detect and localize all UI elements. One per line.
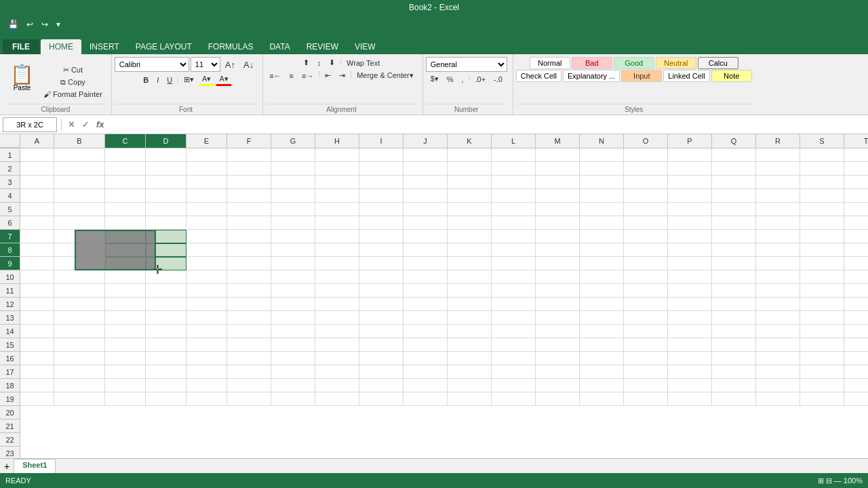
cell-J1[interactable] [403,148,448,162]
cell-I1[interactable] [359,148,403,162]
merge-center-button[interactable]: Merge & Center▾ [353,70,417,81]
cell-D3[interactable] [146,176,186,189]
row-header-5[interactable]: 5 [0,203,20,216]
increase-font-size-button[interactable]: A↑ [222,58,239,71]
cell-T1[interactable] [844,148,868,162]
col-header-N[interactable]: N [580,134,624,148]
cell-E2[interactable] [186,162,227,176]
cell-R2[interactable] [756,162,800,176]
row-header-2[interactable]: 2 [0,162,20,176]
row-header-19[interactable]: 19 [0,392,20,406]
cell-G3[interactable] [271,176,315,189]
cell-S1[interactable] [800,148,844,162]
formula-input[interactable] [109,117,865,132]
row-header-17[interactable]: 17 [0,365,20,379]
cell-D2[interactable] [146,162,186,176]
tab-view[interactable]: VIEW [347,39,384,54]
copy-button[interactable]: ⧉ Copy [40,77,106,88]
col-header-D[interactable]: D [146,134,186,148]
cell-M2[interactable] [536,162,580,176]
col-header-B[interactable]: B [54,134,105,148]
col-header-Q[interactable]: Q [712,134,756,148]
save-button[interactable]: 💾 [5,18,21,30]
col-header-O[interactable]: O [624,134,668,148]
borders-button[interactable]: ⊞▾ [180,74,197,85]
row-header-3[interactable]: 3 [0,176,20,189]
cell-F3[interactable] [227,176,271,189]
cell-Q3[interactable] [712,176,756,189]
confirm-formula-button[interactable]: ✓ [80,119,92,129]
col-header-P[interactable]: P [668,134,712,148]
col-header-R[interactable]: R [756,134,800,148]
cell-J2[interactable] [403,162,448,176]
cell-P3[interactable] [668,176,712,189]
cell-I2[interactable] [359,162,403,176]
align-left-button[interactable]: ≡← [266,70,284,81]
sheet-tab-sheet1[interactable]: Sheet1 [14,459,56,473]
row-header-20[interactable]: 20 [0,406,20,420]
cell-E1[interactable] [186,148,227,162]
cell-H2[interactable] [315,162,359,176]
indent-decrease-button[interactable]: ⇤ [321,70,334,81]
cell-C1[interactable] [105,148,146,162]
cancel-formula-button[interactable]: ✕ [66,119,77,129]
select-all-button[interactable] [0,134,20,148]
col-header-H[interactable]: H [315,134,359,148]
style-explanatory-button[interactable]: Explanatory ... [563,70,620,82]
cell-L2[interactable] [492,162,536,176]
cell-J3[interactable] [403,176,448,189]
style-note-button[interactable]: Note [711,70,752,82]
cell-N2[interactable] [580,162,624,176]
style-calc-button[interactable]: Calcu [698,57,738,69]
row-header-14[interactable]: 14 [0,325,20,338]
name-box[interactable] [3,117,57,132]
cell-D8[interactable] [146,243,186,257]
cell-A3[interactable] [20,176,54,189]
font-size-select[interactable]: 8910 111214 [191,57,220,72]
style-check-cell-button[interactable]: Check Cell [516,70,561,82]
row-header-7[interactable]: 7 [0,230,20,243]
wrap-text-button[interactable]: Wrap Text [343,57,383,68]
col-header-S[interactable]: S [800,134,844,148]
cell-C2[interactable] [105,162,146,176]
cell-I3[interactable] [359,176,403,189]
cell-G2[interactable] [271,162,315,176]
align-right-button[interactable]: ≡→ [298,70,317,81]
cell-M3[interactable] [536,176,580,189]
col-header-T[interactable]: T [844,134,868,148]
cell-O1[interactable] [624,148,668,162]
cell-S3[interactable] [800,176,844,189]
comma-button[interactable]: , [458,73,467,85]
cell-T2[interactable] [844,162,868,176]
row-header-9[interactable]: 9 [0,257,20,270]
cell-L3[interactable] [492,176,536,189]
customize-quick-access-button[interactable]: ▾ [54,18,63,30]
cell-R3[interactable] [756,176,800,189]
style-neutral-button[interactable]: Neutral [656,57,696,69]
row-header-15[interactable]: 15 [0,338,20,352]
cell-R1[interactable] [756,148,800,162]
increase-decimal-button[interactable]: .0+ [471,73,489,85]
col-header-C[interactable]: C [105,134,146,148]
cell-K3[interactable] [448,176,492,189]
redo-button[interactable]: ↪ [39,18,51,30]
row-header-4[interactable]: 4 [0,189,20,203]
cell-G1[interactable] [271,148,315,162]
row-header-12[interactable]: 12 [0,298,20,311]
cell-C9[interactable] [105,257,146,270]
tab-data[interactable]: DATA [261,39,298,54]
cell-M1[interactable] [536,148,580,162]
col-header-M[interactable]: M [536,134,580,148]
cell-Q2[interactable] [712,162,756,176]
cell-C7[interactable] [105,230,146,243]
cell-H1[interactable] [315,148,359,162]
cell-O2[interactable] [624,162,668,176]
insert-function-button[interactable]: fx [94,119,106,129]
bold-button[interactable]: B [140,75,152,85]
cell-N1[interactable] [580,148,624,162]
col-header-K[interactable]: K [448,134,492,148]
font-color-button[interactable]: A▾ [216,73,231,86]
font-family-select[interactable]: Calibri Arial Times New Roman [115,57,189,72]
tab-review[interactable]: REVIEW [298,39,347,54]
decrease-decimal-button[interactable]: -.0 [490,73,506,85]
